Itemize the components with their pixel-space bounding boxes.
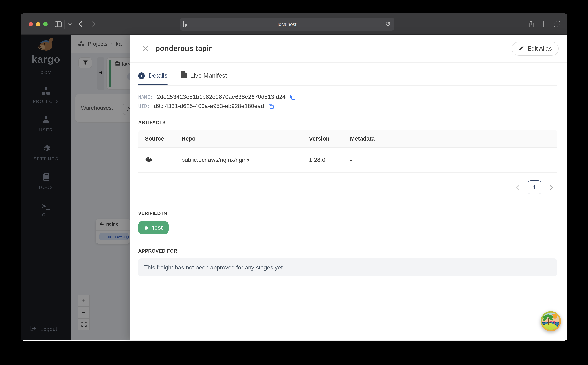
drawer-header: ponderous-tapir Edit Alias bbox=[130, 35, 567, 62]
tabs-divider bbox=[138, 85, 557, 86]
previous-page-icon[interactable] bbox=[516, 185, 519, 190]
artifact-metadata-cell: - bbox=[343, 157, 557, 163]
drawer-tabs: Details Live Manifest bbox=[138, 71, 557, 85]
browser-titlebar: localhost bbox=[21, 13, 567, 35]
reader-icon[interactable] bbox=[183, 21, 189, 29]
approved-for-heading: APPROVED FOR bbox=[138, 248, 557, 254]
approved-for-empty-message: This freight has not been approved for a… bbox=[138, 259, 557, 276]
forward-icon[interactable] bbox=[89, 13, 98, 35]
pagination: 1 bbox=[138, 181, 557, 194]
freight-alias-title: ponderous-tapir bbox=[155, 44, 212, 53]
share-icon[interactable] bbox=[526, 13, 536, 35]
freight-meta: NAME: 2de253423e51b1b82e9870ae638e2670d5… bbox=[138, 94, 557, 109]
name-row: NAME: 2de253423e51b1b82e9870ae638e2670d5… bbox=[138, 94, 557, 100]
uid-label: UID: bbox=[138, 103, 150, 109]
info-icon bbox=[138, 72, 145, 79]
uid-row: UID: d9cf4331-d625-400a-a953-eb928e180ea… bbox=[138, 103, 557, 109]
verified-stage-badge[interactable]: test bbox=[138, 221, 169, 234]
next-page-icon[interactable] bbox=[550, 185, 553, 190]
sidebar-toggle-icon[interactable] bbox=[53, 13, 64, 35]
freight-details-drawer: ponderous-tapir Edit Alias Details bbox=[130, 35, 567, 340]
browser-viewport: kargo dev PROJECTS USER bbox=[21, 35, 567, 340]
tab-live-manifest[interactable]: Live Manifest bbox=[181, 71, 227, 85]
verified-stage-name: test bbox=[152, 225, 163, 231]
minimize-window-button[interactable] bbox=[36, 22, 40, 26]
tab-live-manifest-label: Live Manifest bbox=[190, 72, 227, 79]
column-header-metadata: Metadata bbox=[343, 135, 557, 142]
copy-icon[interactable] bbox=[268, 103, 274, 109]
close-icon[interactable] bbox=[141, 44, 149, 53]
close-window-button[interactable] bbox=[29, 22, 33, 26]
island-extension-icon[interactable] bbox=[540, 311, 561, 332]
toolbar-divider bbox=[64, 20, 65, 28]
pencil-icon bbox=[519, 45, 524, 52]
table-header-row: Source Repo Version Metadata bbox=[138, 130, 557, 147]
refresh-icon[interactable] bbox=[385, 21, 391, 28]
column-header-source: Source bbox=[138, 135, 175, 142]
tab-details-label: Details bbox=[148, 72, 167, 79]
edit-alias-button[interactable]: Edit Alias bbox=[512, 42, 559, 56]
address-bar[interactable]: localhost bbox=[180, 18, 394, 31]
desktop: localhost bbox=[0, 0, 588, 365]
tab-overview-icon[interactable] bbox=[552, 13, 562, 35]
new-tab-icon[interactable] bbox=[539, 13, 548, 35]
name-label: NAME: bbox=[138, 94, 153, 100]
browser-window: localhost bbox=[21, 13, 567, 341]
artifacts-table: Source Repo Version Metadata bbox=[138, 130, 557, 173]
file-icon bbox=[181, 71, 187, 80]
back-icon[interactable] bbox=[76, 13, 85, 35]
verified-in-heading: VERIFIED IN bbox=[138, 211, 557, 216]
artifacts-heading: ARTIFACTS bbox=[138, 120, 557, 125]
artifact-source-cell bbox=[138, 156, 175, 164]
docker-icon bbox=[145, 157, 152, 163]
artifact-version-cell: 1.28.0 bbox=[302, 157, 343, 163]
edit-alias-label: Edit Alias bbox=[528, 45, 552, 52]
table-row: public.ecr.aws/nginx/nginx 1.28.0 - bbox=[138, 147, 557, 173]
page-number-button[interactable]: 1 bbox=[528, 181, 541, 194]
fullscreen-window-button[interactable] bbox=[43, 22, 48, 26]
seal-icon bbox=[144, 225, 149, 231]
uid-value: d9cf4331-d625-400a-a953-eb928e180ead bbox=[154, 103, 264, 109]
copy-icon[interactable] bbox=[290, 94, 296, 100]
chevron-down-icon[interactable] bbox=[66, 13, 74, 35]
artifact-repo-cell: public.ecr.aws/nginx/nginx bbox=[175, 157, 302, 163]
name-value: 2de253423e51b1b82e9870ae638e2670d513fd24 bbox=[157, 94, 286, 100]
column-header-repo: Repo bbox=[175, 135, 302, 142]
url-text: localhost bbox=[278, 21, 297, 27]
tab-details[interactable]: Details bbox=[138, 71, 167, 85]
column-header-version: Version bbox=[302, 135, 343, 142]
